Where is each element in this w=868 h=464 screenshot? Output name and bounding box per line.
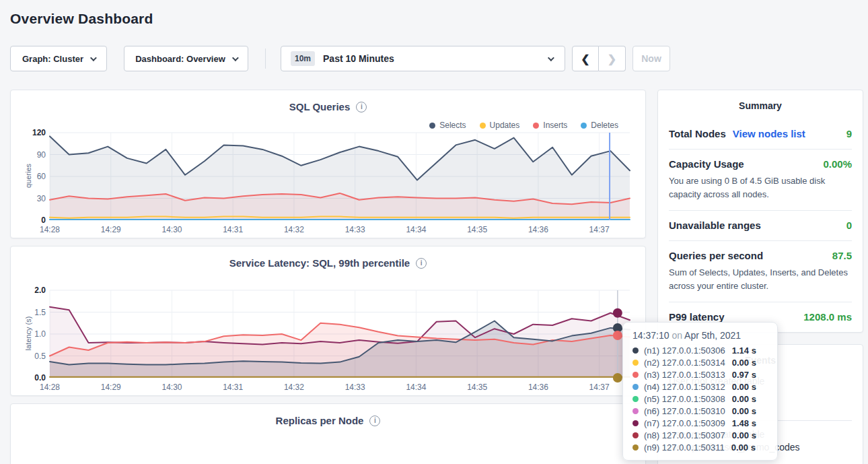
service-latency-chart-card: Service Latency: SQL, 99th percentile i … <box>10 246 646 396</box>
chevron-down-icon <box>90 55 97 61</box>
time-nav-group: ❮ ❯ <box>572 46 626 71</box>
svg-text:14:34: 14:34 <box>406 383 426 392</box>
tooltip-node-row: (n5) 127.0.0.1:503080.00 s <box>632 393 768 405</box>
dashboard-dropdown-label: Dashboard: Overview <box>135 54 225 64</box>
replicas-per-node-chart-card: Replicas per Node i <box>10 403 646 464</box>
selects-color-dot <box>429 123 435 129</box>
node-color-dot <box>632 384 639 390</box>
queries-per-second-value: 87.5 <box>832 250 852 261</box>
svg-text:14:32: 14:32 <box>284 383 304 392</box>
svg-text:14:31: 14:31 <box>223 225 243 234</box>
sql-queries-y-axis-label: queries <box>24 142 32 209</box>
chevron-right-icon: ❯ <box>608 53 616 65</box>
overview-dashboard-page: Overview Dashboard Graph: Cluster Dashbo… <box>0 0 868 464</box>
svg-text:1.0: 1.0 <box>34 329 46 339</box>
svg-text:14:35: 14:35 <box>467 225 487 234</box>
chevron-left-icon: ❮ <box>581 53 589 65</box>
svg-text:1.5: 1.5 <box>34 308 46 317</box>
tooltip-node-row: (n3) 127.0.0.1:503130.97 s <box>632 368 768 380</box>
svg-text:14:33: 14:33 <box>345 383 365 392</box>
svg-text:14:30: 14:30 <box>161 383 182 392</box>
info-icon[interactable]: i <box>369 416 380 426</box>
unavailable-ranges-value: 0 <box>846 220 852 231</box>
time-range-selector[interactable]: 10m Past 10 Minutes <box>281 46 565 71</box>
unavailable-ranges-row: Unavailable ranges 0 <box>669 210 852 240</box>
svg-text:14:36: 14:36 <box>528 225 548 234</box>
sql-queries-chart-body: queries 14:2814:2914:3014:3114:3214:3314… <box>11 129 645 238</box>
info-icon[interactable]: i <box>416 258 427 269</box>
capacity-usage-description: You are using 0 B of 4.5 GiB usable disk… <box>669 174 852 201</box>
deletes-color-dot <box>581 123 587 129</box>
svg-text:14:36: 14:36 <box>528 383 548 392</box>
tooltip-node-row: (n4) 127.0.0.1:503120.00 s <box>632 380 768 393</box>
node-color-dot <box>632 372 639 378</box>
capacity-usage-label: Capacity Usage <box>669 158 744 170</box>
capacity-usage-value: 0.00% <box>823 158 852 170</box>
time-prev-button[interactable]: ❮ <box>572 46 599 71</box>
svg-text:120: 120 <box>32 129 46 137</box>
tooltip-node-row: (n6) 127.0.0.1:503100.00 s <box>632 405 768 417</box>
tooltip-node-row: (n1) 127.0.0.1:503061.14 s <box>632 344 768 356</box>
chevron-down-icon <box>548 55 554 61</box>
svg-text:14:30: 14:30 <box>161 225 182 234</box>
summary-panel: Summary Total Nodes View nodes list 9 Ca… <box>657 90 863 333</box>
summary-heading: Summary <box>669 90 852 119</box>
tooltip-node-row: (n7) 127.0.0.1:503091.48 s <box>632 417 768 429</box>
svg-text:14:29: 14:29 <box>101 225 121 234</box>
svg-text:14:35: 14:35 <box>467 383 487 392</box>
node-color-dot <box>632 408 639 414</box>
time-next-button[interactable]: ❯ <box>599 46 626 71</box>
total-nodes-row: Total Nodes View nodes list 9 <box>669 119 852 149</box>
tooltip-node-row: (n9) 127.0.0.1:503110.00 s <box>632 441 768 453</box>
svg-text:0: 0 <box>41 216 46 225</box>
service-latency-plot[interactable]: 14:2814:2914:3014:3114:3214:3314:3414:35… <box>16 286 642 395</box>
node-color-dot <box>632 360 639 366</box>
chevron-down-icon <box>232 55 239 61</box>
latency-hover-tooltip: 14:37:10 on Apr 5th, 2021 (n1) 127.0.0.1… <box>622 322 778 461</box>
svg-text:14:28: 14:28 <box>40 383 60 392</box>
node-color-dot <box>632 347 639 354</box>
svg-text:14:32: 14:32 <box>284 225 304 234</box>
svg-text:0.0: 0.0 <box>34 373 46 383</box>
graph-dropdown[interactable]: Graph: Cluster <box>10 46 107 71</box>
time-range-badge: 10m <box>291 51 315 66</box>
svg-text:0.5: 0.5 <box>34 352 46 361</box>
page-title: Overview Dashboard <box>0 0 868 27</box>
total-nodes-label: Total Nodes <box>669 128 726 139</box>
queries-per-second-label: Queries per second <box>669 250 763 261</box>
sql-queries-chart-title: SQL Queries <box>289 101 351 112</box>
service-latency-chart-title: Service Latency: SQL, 99th percentile <box>229 257 410 269</box>
toolbar-divider <box>265 48 266 69</box>
toolbar: Graph: Cluster Dashboard: Overview 10m P… <box>10 46 868 71</box>
svg-text:14:29: 14:29 <box>101 383 121 392</box>
service-latency-title-row: Service Latency: SQL, 99th percentile i <box>11 246 645 269</box>
replicas-chart-title: Replicas per Node <box>276 415 364 426</box>
capacity-usage-row: Capacity Usage 0.00% You are using 0 B o… <box>669 149 852 210</box>
unavailable-ranges-label: Unavailable ranges <box>669 220 761 231</box>
p99-latency-value: 1208.0 ms <box>803 311 852 323</box>
svg-text:14:37: 14:37 <box>589 383 610 392</box>
svg-text:60: 60 <box>37 172 46 181</box>
service-latency-y-axis-label: latency (s) <box>24 300 32 367</box>
service-latency-chart-body: latency (s) 14:2814:2914:3014:3114:3214:… <box>11 286 645 395</box>
node-color-dot <box>632 432 639 438</box>
inserts-color-dot <box>533 123 539 129</box>
svg-text:30: 30 <box>37 194 46 203</box>
node-color-dot <box>632 444 639 451</box>
sql-queries-plot[interactable]: 14:2814:2914:3014:3114:3214:3314:3414:35… <box>16 129 642 238</box>
svg-text:14:37: 14:37 <box>589 225 610 234</box>
queries-per-second-row: Queries per second 87.5 Sum of Selects, … <box>669 240 852 302</box>
charts-column: SQL Queries i Selects Updates Inserts De… <box>10 90 646 464</box>
view-nodes-list-link[interactable]: View nodes list <box>733 128 805 139</box>
updates-color-dot <box>480 123 486 129</box>
sql-queries-title-row: SQL Queries i <box>11 90 645 112</box>
tooltip-node-row: (n8) 127.0.0.1:503070.00 s <box>632 429 768 441</box>
queries-per-second-description: Sum of Selects, Updates, Inserts, and De… <box>669 266 852 292</box>
svg-text:14:34: 14:34 <box>406 225 426 234</box>
info-icon[interactable]: i <box>356 102 367 112</box>
dashboard-dropdown[interactable]: Dashboard: Overview <box>124 46 248 71</box>
now-button[interactable]: Now <box>632 46 670 71</box>
total-nodes-value: 9 <box>846 128 852 139</box>
replicas-title-row: Replicas per Node i <box>11 404 645 426</box>
svg-text:90: 90 <box>37 150 46 160</box>
